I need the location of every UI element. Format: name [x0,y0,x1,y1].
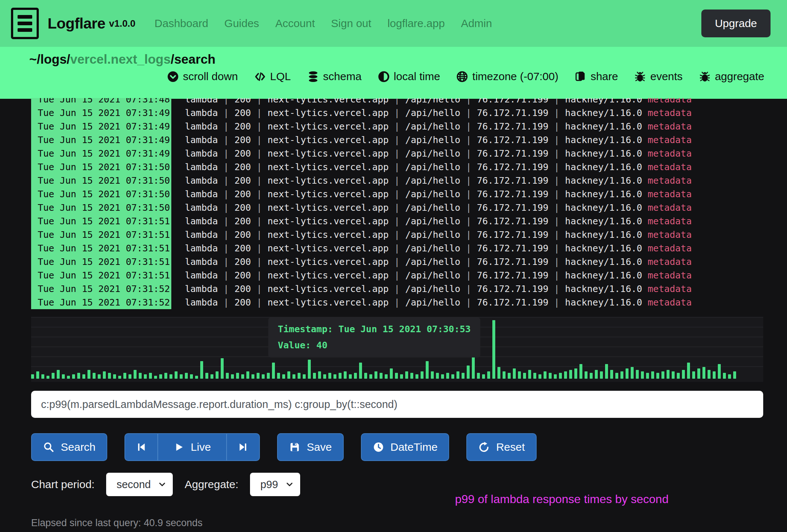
chart-bar[interactable] [313,373,316,379]
chart-bar[interactable] [390,368,393,379]
chart-bar[interactable] [533,373,536,379]
chart-bar[interactable] [57,370,60,379]
datetime-button[interactable]: DateTime [361,433,450,461]
chart-bar[interactable] [41,374,44,379]
chart-bar[interactable] [503,371,506,379]
chart-bar[interactable] [595,370,598,379]
chart-bar[interactable] [472,357,475,379]
chart-bar[interactable] [477,373,480,379]
tool-schema[interactable]: schema [307,70,362,83]
chart-bar[interactable] [190,374,193,379]
chart-bar[interactable] [354,373,357,379]
chart-bar[interactable] [159,374,162,379]
chart-bar[interactable] [62,374,65,379]
chart-bar[interactable] [677,373,680,379]
chart-bar[interactable] [620,371,623,379]
chart-bar[interactable] [559,373,562,379]
chart-bar[interactable] [446,373,449,379]
chart-bar[interactable] [369,374,372,379]
tool-lql[interactable]: LQL [254,70,291,83]
chart-bar[interactable] [103,371,106,379]
chart-bar[interactable] [72,374,75,379]
nav-guides[interactable]: Guides [224,17,259,30]
chart-bar[interactable] [108,373,111,379]
chart-bar[interactable] [52,373,55,379]
chart-bar[interactable] [702,367,705,379]
chart-bar[interactable] [385,374,388,379]
chart-bar[interactable] [410,373,413,379]
chart-bar[interactable] [610,370,613,379]
chart-bar[interactable] [579,364,582,379]
chart-bar[interactable] [590,373,593,379]
chart-bar[interactable] [175,371,178,379]
chart-bar[interactable] [467,366,470,379]
chart-bar[interactable] [600,371,603,379]
metadata-link[interactable]: metadata [648,297,691,308]
chart-period-select[interactable]: second [106,473,173,496]
metadata-link[interactable]: metadata [648,270,691,281]
chart-bar[interactable] [287,371,290,379]
tool-events[interactable]: events [634,70,682,83]
chart-bar[interactable] [200,361,203,379]
chart-bar[interactable] [164,373,167,379]
chart-bar[interactable] [436,373,439,379]
chart-bar[interactable] [349,374,352,379]
metadata-link[interactable]: metadata [648,108,691,118]
chart-bar[interactable] [687,363,690,379]
chart-bar[interactable] [144,374,147,379]
chart-bar[interactable] [431,371,434,379]
metadata-link[interactable]: metadata [648,229,691,240]
chart-bar[interactable] [672,371,675,379]
chart-bar[interactable] [267,373,270,379]
aggregate-select[interactable]: p99 [250,473,300,496]
chart-bar[interactable] [569,370,572,379]
chart-bar[interactable] [216,371,219,379]
chart-bar[interactable] [257,373,260,379]
tool-share[interactable]: share [574,70,618,83]
search-button[interactable]: Search [31,433,107,461]
chart-bar[interactable] [82,374,85,379]
chart-bar[interactable] [77,373,80,379]
chart-bar[interactable] [656,373,659,379]
chart-bar[interactable] [400,374,403,379]
chart-bar[interactable] [308,360,311,379]
chart-bar[interactable] [113,374,116,379]
skip-back-button[interactable] [125,434,157,460]
chart-bar[interactable] [508,373,511,379]
chart-bar[interactable] [154,376,157,379]
tool-timezone[interactable]: timezone (-07:00) [456,70,558,83]
chart-bar[interactable] [364,373,367,379]
chart-bar[interactable] [564,371,567,379]
chart-bar[interactable] [631,367,634,379]
chart-bar[interactable] [426,361,429,379]
chart-bar[interactable] [605,364,608,379]
chart-bar[interactable] [682,370,685,379]
chart-bar[interactable] [46,376,49,379]
chart-bar[interactable] [528,370,531,379]
chart-bar[interactable] [221,358,224,379]
chart-bar[interactable] [713,371,716,379]
chart-bar[interactable] [497,367,500,379]
nav-account[interactable]: Account [275,17,315,30]
skip-forward-button[interactable] [226,434,259,460]
chart-bar[interactable] [36,371,39,379]
chart-bar[interactable] [236,373,239,379]
chart-bar[interactable] [636,370,639,379]
save-button[interactable]: Save [277,433,343,461]
metadata-link[interactable]: metadata [648,256,691,267]
chart-bar[interactable] [374,371,377,379]
chart-bar[interactable] [482,374,485,379]
chart-bar[interactable] [405,371,408,379]
chart-bar[interactable] [272,363,275,379]
chart-bar[interactable] [128,374,131,379]
metadata-link[interactable]: metadata [648,148,691,159]
tool-local-time[interactable]: local time [378,70,440,83]
breadcrumb-source-link[interactable]: vercel.next_logs [70,52,171,66]
chart-bar[interactable] [328,373,331,379]
chart-bar[interactable] [441,374,444,379]
nav-dashboard[interactable]: Dashboard [154,17,208,30]
chart-bar[interactable] [395,373,398,379]
chart-bar[interactable] [333,374,336,379]
chart-bar[interactable] [651,371,654,379]
chart-bar[interactable] [646,373,649,379]
